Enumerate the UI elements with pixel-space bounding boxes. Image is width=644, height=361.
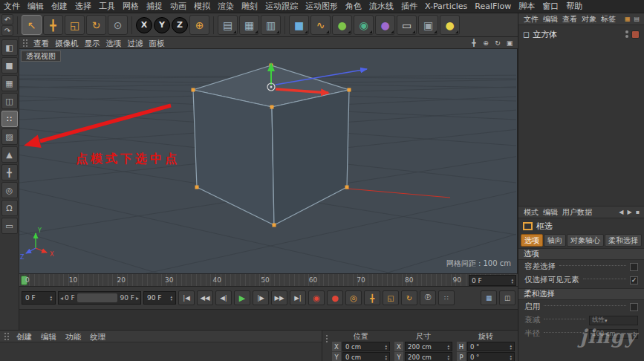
- next-key-button[interactable]: ▶▶: [271, 290, 287, 305]
- record-scale-button[interactable]: ◱: [383, 290, 399, 305]
- menu-item[interactable]: 角色: [342, 0, 365, 13]
- current-frame-spinner[interactable]: 0 F: [469, 275, 516, 286]
- vertex-point[interactable]: [345, 186, 349, 189]
- menu-item[interactable]: 捕捉: [143, 0, 166, 13]
- preview-range-slider[interactable]: 0 F 90 F: [58, 291, 141, 305]
- render-queue-button[interactable]: ▥: [261, 15, 281, 35]
- rotate-view-icon[interactable]: ↻: [492, 38, 503, 48]
- z-axis-lock-button[interactable]: Z: [172, 17, 188, 33]
- tab-object-axis[interactable]: 对象轴心: [567, 234, 604, 247]
- redo-button[interactable]: ↷: [1, 25, 13, 36]
- coordinate-system-button[interactable]: ⊕: [189, 15, 209, 35]
- point-mode-button[interactable]: ∷: [1, 111, 18, 127]
- menu-item[interactable]: 雕刻: [238, 0, 261, 13]
- object-manager-menu-item[interactable]: 编辑: [541, 13, 560, 25]
- perspective-viewport[interactable]: 点模式下选中点 Y X Z 透视视图 网格间距 : 100 cm: [19, 49, 518, 273]
- falloff-dropdown[interactable]: 线性: [589, 316, 638, 325]
- scale-tool-button[interactable]: ◱: [65, 15, 85, 35]
- play-button[interactable]: ▶: [234, 290, 250, 305]
- size-x-field[interactable]: 200 cm: [405, 342, 452, 351]
- mograph-button[interactable]: ◉: [354, 15, 374, 35]
- vertex-point[interactable]: [192, 88, 195, 92]
- attribute-manager-menu-item[interactable]: 模式: [521, 206, 541, 218]
- menu-item[interactable]: 创建: [48, 0, 71, 13]
- attribute-manager-menu-item[interactable]: 编辑: [541, 206, 560, 218]
- timeline-ruler[interactable]: 0102030405060708090 0 F: [19, 273, 518, 287]
- view-label[interactable]: 透视视图: [21, 51, 61, 62]
- size-y-field[interactable]: 200 cm: [405, 352, 452, 361]
- menu-item[interactable]: 脚本: [515, 0, 539, 13]
- menu-item[interactable]: 模拟: [190, 0, 214, 13]
- render-settings-button[interactable]: ▦: [239, 15, 259, 35]
- prev-frame-button[interactable]: ◀|: [215, 290, 232, 305]
- record-pla-button[interactable]: ∷: [438, 290, 455, 305]
- snap-mode-button[interactable]: Ω: [1, 200, 18, 216]
- menu-item[interactable]: 帮助: [562, 0, 586, 13]
- material-menu-item[interactable]: 功能: [61, 331, 85, 342]
- spinner-arrows-icon[interactable]: [447, 344, 449, 350]
- spinner-arrows-icon[interactable]: [385, 354, 387, 360]
- material-menu-item[interactable]: 编辑: [36, 331, 61, 342]
- menu-item[interactable]: 编辑: [24, 0, 48, 13]
- record-parameter-button[interactable]: Ⓟ: [420, 290, 436, 305]
- phong-tag-icon[interactable]: [631, 30, 640, 39]
- live-selection-tool-button[interactable]: ↖: [22, 15, 42, 35]
- maximize-view-icon[interactable]: ▣: [504, 38, 515, 48]
- menu-item[interactable]: 文件: [0, 0, 24, 13]
- history-forward-icon[interactable]: ▶: [625, 209, 633, 215]
- workplane-lock-button[interactable]: ▭: [1, 218, 18, 234]
- x-axis-lock-button[interactable]: X: [136, 17, 152, 33]
- autokey-button[interactable]: ●: [327, 290, 343, 305]
- soft-enable-checkbox[interactable]: [630, 303, 638, 311]
- attribute-manager-menu-item[interactable]: 用户数据: [560, 206, 594, 218]
- floor-button[interactable]: ▭: [397, 15, 417, 35]
- goto-start-button[interactable]: |◀: [178, 290, 195, 305]
- object-manager-menu-item[interactable]: 查看: [560, 13, 579, 25]
- model-mode-button[interactable]: ■: [1, 57, 18, 74]
- options-section-header[interactable]: 选项: [518, 248, 644, 260]
- viewport-menu-item[interactable]: 选项: [103, 37, 125, 49]
- panel-grip[interactable]: [22, 39, 29, 47]
- workplane-mode-button[interactable]: ◫: [1, 93, 18, 109]
- deformer-button[interactable]: ●: [375, 15, 395, 35]
- spinner-arrows-icon[interactable]: [385, 344, 387, 350]
- menu-item[interactable]: 插件: [397, 0, 421, 13]
- viewport-menu-item[interactable]: 面板: [146, 37, 168, 49]
- tab-options[interactable]: 选项: [521, 234, 543, 247]
- layer-icon[interactable]: ▦: [623, 16, 632, 22]
- menu-item[interactable]: 流水线: [365, 0, 397, 13]
- vertex-point[interactable]: [270, 105, 274, 109]
- camera-button[interactable]: ▣: [418, 15, 438, 35]
- object-manager[interactable]: ◻ 立方体: [518, 25, 644, 206]
- menu-item[interactable]: 选择: [71, 0, 95, 13]
- panel-grip[interactable]: [4, 332, 10, 340]
- edge-mode-button[interactable]: ▨: [1, 129, 18, 145]
- zoom-view-icon[interactable]: ⊕: [481, 38, 491, 48]
- tab-axis[interactable]: 轴向: [544, 234, 566, 247]
- material-menu-item[interactable]: 创建: [12, 331, 36, 342]
- only-visible-checkbox[interactable]: ✓: [630, 276, 638, 284]
- history-back-icon[interactable]: ◀: [617, 209, 625, 215]
- viewport-menu-item[interactable]: 显示: [82, 37, 103, 49]
- pan-view-icon[interactable]: ╋: [469, 38, 479, 48]
- panel-grip[interactable]: [325, 334, 328, 342]
- cube-primitive-button[interactable]: ■: [289, 15, 309, 35]
- tolerant-selection-checkbox[interactable]: [630, 263, 638, 271]
- axis-mode-button[interactable]: ╋: [1, 164, 18, 180]
- record-keyframe-button[interactable]: ◉: [308, 290, 325, 305]
- menu-item[interactable]: X-Particles: [421, 0, 471, 13]
- subdivision-button[interactable]: ●: [332, 15, 352, 35]
- menu-item[interactable]: 运动图形: [302, 0, 342, 13]
- viewport-menu-item[interactable]: 过滤: [125, 37, 146, 49]
- search-icon[interactable]: ▤: [632, 16, 641, 22]
- make-editable-button[interactable]: ◧: [1, 39, 18, 56]
- move-tool-button[interactable]: ╋: [43, 15, 63, 35]
- object-manager-menu-item[interactable]: 对象: [579, 13, 599, 25]
- rotate-tool-button[interactable]: ↻: [86, 15, 106, 35]
- next-frame-button[interactable]: |▶: [253, 290, 269, 305]
- rotation-h-field[interactable]: 0 °: [467, 342, 515, 351]
- solo-mode-button[interactable]: ◎: [1, 182, 18, 198]
- menu-item[interactable]: 运动跟踪: [261, 0, 302, 13]
- last-tool-button[interactable]: ⊙: [108, 15, 128, 35]
- material-menu-item[interactable]: 纹理: [85, 331, 110, 342]
